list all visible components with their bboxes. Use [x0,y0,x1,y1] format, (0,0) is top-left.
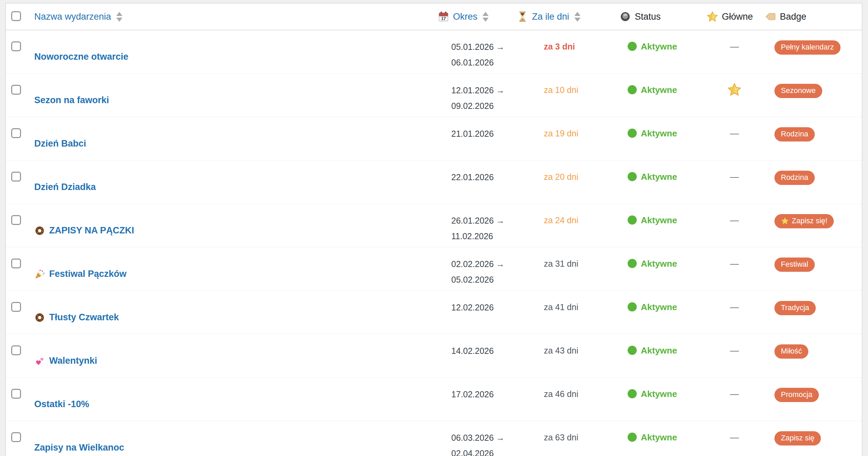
hourglass-icon [517,11,528,22]
period-line: 14.02.2026 [451,343,513,359]
column-label-main: Główne [722,12,753,22]
row-checkbox[interactable] [11,172,21,182]
period-line: 21.01.2026 [451,126,513,141]
status-cell: Aktywne [611,204,690,247]
row-checkbox[interactable] [11,215,21,225]
period-line: 02.02.2026 → [451,256,513,272]
event-name-link[interactable]: Dzień Dziadka [34,182,96,192]
status-label: Aktywne [641,85,677,95]
status-dot-icon [628,215,637,225]
status-label: Aktywne [641,215,677,225]
star-icon [707,11,718,22]
days-until: za 63 dni [513,421,611,456]
featured-cell: — [690,160,763,204]
status-label: Aktywne [641,259,677,268]
days-until: za 43 dni [513,334,611,377]
status-dot-icon [628,172,637,181]
event-name-link[interactable]: Noworoczne otwarcie [34,52,129,62]
badge-pill: Festiwal [774,258,815,272]
badge-cell: Rodzina [763,117,862,160]
sort-arrows-icon[interactable] [574,12,580,22]
calendar-icon [438,11,449,22]
days-until: za 19 dni [513,117,611,160]
column-header-okres[interactable]: Okres [434,11,513,22]
row-checkbox[interactable] [11,128,21,138]
event-name-link[interactable]: Zapisy na Wielkanoc [34,442,124,453]
party-popper-icon [34,269,45,280]
status-label: Aktywne [641,302,677,312]
row-checkbox[interactable] [11,432,21,442]
period-cell: 05.01.2026 → 06.01.2026 [434,30,513,73]
period-line: 11.02.2026 [451,228,513,244]
badge-cell: Zapisz się [763,421,862,456]
event-name-link[interactable]: Sezon na faworki [34,95,109,106]
column-label-days: Za ile dni [532,12,569,22]
status-cell: Aktywne [611,117,690,160]
period-line: 17.02.2026 [451,386,513,402]
row-checkbox[interactable] [11,345,21,355]
column-label-okres: Okres [453,12,477,22]
sort-arrows-icon[interactable] [116,12,122,22]
badge-cell: Pełny kalendarz [763,30,862,73]
donut-icon [34,225,45,236]
badge-pill: Rodzina [774,127,815,141]
tag-icon [765,11,776,22]
table-row: Dzień Babci 21.01.2026 za 19 dni Aktywne… [6,117,862,160]
row-checkbox[interactable] [11,85,21,95]
badge-cell: Zapisz się! [763,204,862,247]
status-dot-icon [628,259,637,268]
event-name-link[interactable]: Festiwal Pączków [49,269,126,279]
badge-pill: Promocja [774,388,819,402]
period-line: 12.02.2026 [451,300,513,315]
row-checkbox[interactable] [11,302,21,312]
period-cell: 02.02.2026 → 05.02.2026 [434,247,513,290]
column-header-days[interactable]: Za ile dni [513,11,611,22]
row-checkbox[interactable] [11,259,21,268]
period-cell: 12.01.2026 → 09.02.2026 [434,74,513,117]
table-row: Dzień Dziadka 22.01.2026 za 20 dni Aktyw… [6,160,862,204]
days-until: za 24 dni [513,204,611,247]
select-all-cell [6,11,34,22]
select-all-checkbox[interactable] [11,11,21,21]
period-cell: 26.01.2026 → 11.02.2026 [434,204,513,247]
period-line: 12.01.2026 → [451,82,513,98]
event-name-link[interactable]: Tłusty Czwartek [49,312,119,323]
status-label: Aktywne [641,389,677,399]
status-label: Aktywne [641,129,677,138]
period-cell: 21.01.2026 [434,117,513,160]
column-label-name: Nazwa wydarzenia [34,12,111,22]
status-label: Aktywne [641,42,677,51]
row-checkbox[interactable] [11,389,21,399]
event-name-link[interactable]: Ostatki -10% [34,399,89,410]
featured-cell: — [690,247,763,290]
column-header-name[interactable]: Nazwa wydarzenia [34,12,434,22]
status-cell: Aktywne [611,378,690,421]
table-row: Ostatki -10% 17.02.2026 za 46 dni Aktywn… [6,378,862,421]
status-dot-icon [628,85,637,94]
row-checkbox[interactable] [11,41,21,51]
status-label: Aktywne [641,346,677,355]
two-hearts-icon [34,356,45,366]
column-header-badge: Badge [763,11,862,22]
event-name-link[interactable]: Walentynki [49,356,97,366]
featured-cell: — [690,291,763,334]
event-name-link[interactable]: Dzień Babci [34,138,86,149]
column-label-status: Status [635,12,661,22]
status-dot-icon [628,389,637,398]
badge-pill: Zapisz się [774,431,821,445]
event-name-link[interactable]: ZAPISY NA PĄCZKI [49,225,134,236]
sort-arrows-icon[interactable] [482,12,489,22]
status-label: Aktywne [641,172,677,182]
column-header-main: Główne [690,11,763,22]
table-row: Walentynki 14.02.2026 za 43 dni Aktywne … [6,334,862,378]
badge-pill: Miłość [774,344,808,359]
period-line: 09.02.2026 [451,98,513,114]
period-line: 02.04.2026 [451,445,513,456]
status-dot-icon [628,302,637,311]
period-line: 06.01.2026 [451,55,513,70]
badge-cell: Sezonowe [763,74,862,117]
badge-pill: Sezonowe [774,84,822,98]
featured-cell: — [690,378,763,421]
days-until: za 31 dni [513,247,611,290]
period-cell: 14.02.2026 [434,334,513,377]
